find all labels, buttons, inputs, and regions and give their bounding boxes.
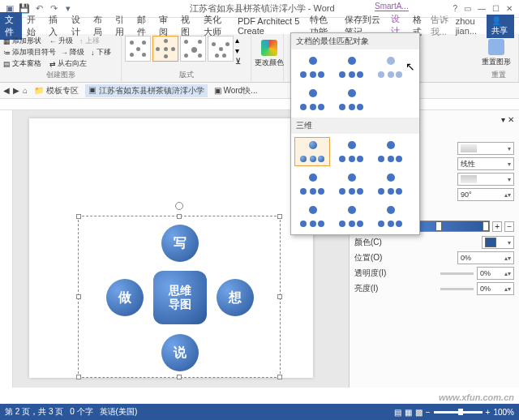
- node-left[interactable]: 做: [106, 279, 144, 316]
- gradient-type-select[interactable]: 线性▾: [457, 157, 514, 170]
- maximize-icon[interactable]: ☐: [492, 4, 500, 13]
- zoom-out-icon[interactable]: −: [426, 408, 431, 417]
- vertical-ruler: [0, 110, 13, 388]
- angle-input[interactable]: 90°▴▾: [457, 188, 514, 201]
- style-option[interactable]: [333, 169, 369, 199]
- language[interactable]: 英语(美国): [100, 406, 138, 418]
- gallery-more-icon[interactable]: ⊻: [235, 57, 245, 66]
- style-option[interactable]: [333, 137, 369, 166]
- color-select[interactable]: ▾: [482, 236, 514, 249]
- style-option[interactable]: [333, 202, 369, 231]
- view-read-icon[interactable]: ▤: [394, 408, 401, 417]
- pane-dropdown-icon[interactable]: ▾: [501, 115, 505, 124]
- word-count[interactable]: 0 个字: [70, 406, 92, 418]
- bc-folder[interactable]: 📁 模板专区: [31, 84, 82, 97]
- remove-stop-icon[interactable]: −: [504, 221, 514, 232]
- brightness-slider[interactable]: [440, 288, 474, 290]
- style-option[interactable]: [333, 85, 369, 114]
- nav-fwd-icon[interactable]: ▶: [13, 86, 19, 95]
- group-create-label: 创建图形: [3, 70, 118, 80]
- zoom-in-icon[interactable]: +: [486, 408, 491, 417]
- resize-handle[interactable]: [177, 375, 182, 379]
- style-option-selected[interactable]: [294, 137, 330, 166]
- layout-gallery[interactable]: ▴▾⊻: [125, 36, 247, 66]
- gradient-stop[interactable]: [483, 221, 489, 231]
- group-layout-label: 版式: [125, 70, 247, 80]
- add-shape-btn[interactable]: 添加形状: [12, 36, 41, 46]
- node-bottom[interactable]: 说: [161, 334, 199, 371]
- style-option[interactable]: [294, 53, 330, 82]
- text-pane-btn[interactable]: 文本窗格: [12, 58, 41, 69]
- change-colors-btn[interactable]: 更改颜色: [255, 36, 284, 71]
- brightness-input[interactable]: 0%▴▾: [477, 282, 514, 295]
- resize-handle[interactable]: [277, 294, 282, 299]
- horizontal-ruler: [0, 99, 519, 110]
- gradient-stop[interactable]: [435, 221, 442, 231]
- user-name[interactable]: zhou jian...: [456, 16, 483, 36]
- cursor-icon: ↖: [405, 60, 415, 73]
- style-option[interactable]: [372, 137, 408, 166]
- node-center[interactable]: 思维 导图: [153, 271, 207, 324]
- gallery-down-icon[interactable]: ▾: [235, 46, 245, 55]
- resize-handle[interactable]: [76, 214, 81, 219]
- preset-gradient-select[interactable]: ▾: [457, 142, 514, 155]
- bc-doc-active[interactable]: ▣ 江苏省如东县栟茶镇浒澪小学: [85, 84, 208, 97]
- ribbon-collapse-icon[interactable]: ▭: [464, 4, 471, 13]
- demote-btn[interactable]: 降级: [70, 47, 84, 58]
- watermark: www.xfun.com.cn: [439, 392, 514, 402]
- home-icon[interactable]: ⌂: [23, 86, 28, 95]
- style-option[interactable]: [333, 53, 369, 82]
- promote-btn[interactable]: 升级: [58, 36, 73, 46]
- resize-handle[interactable]: [76, 375, 81, 379]
- resize-handle[interactable]: [76, 294, 81, 299]
- bc-doc2[interactable]: ▣ Word快...: [211, 84, 261, 97]
- resize-handle[interactable]: [177, 214, 182, 219]
- position-input[interactable]: 0%▴▾: [457, 251, 514, 264]
- reset-graphic-btn[interactable]: 重置图形: [482, 36, 511, 70]
- minimize-icon[interactable]: —: [478, 4, 486, 13]
- help-icon[interactable]: ?: [453, 4, 457, 13]
- transparency-slider[interactable]: [440, 272, 474, 275]
- status-bar: 第 2 页，共 3 页 0 个字 英语(美国) ▤ ▦ ▩ − + 100%: [0, 404, 519, 420]
- popup-header-3d: 三维: [291, 118, 419, 134]
- view-print-icon[interactable]: ▦: [405, 408, 412, 417]
- zoom-slider[interactable]: [434, 411, 483, 414]
- add-stop-icon[interactable]: +: [492, 221, 502, 232]
- style-option[interactable]: [372, 169, 408, 199]
- smartart-style-popup: 文档的最佳匹配对象 三维: [290, 32, 420, 235]
- style-option[interactable]: [372, 202, 408, 231]
- tool-tab-smartart[interactable]: SmartA...: [375, 2, 409, 11]
- style-option[interactable]: [294, 202, 330, 231]
- view-web-icon[interactable]: ▩: [415, 408, 422, 417]
- close-icon[interactable]: ✕: [506, 4, 513, 13]
- page: 思维 导图 写 说 做 想: [29, 118, 313, 378]
- style-option[interactable]: [294, 169, 330, 199]
- style-option[interactable]: [372, 53, 408, 82]
- resize-handle[interactable]: [277, 375, 282, 379]
- node-right[interactable]: 想: [217, 279, 254, 316]
- node-top[interactable]: 写: [161, 225, 199, 262]
- rotate-handle[interactable]: [175, 202, 183, 210]
- direction-select[interactable]: ▾: [457, 173, 514, 186]
- nav-back-icon[interactable]: ◀: [3, 86, 10, 95]
- pane-close-icon[interactable]: ✕: [508, 115, 514, 124]
- zoom-level[interactable]: 100%: [493, 408, 514, 417]
- style-option[interactable]: [294, 85, 330, 114]
- add-bullet-btn[interactable]: 添加项目符号: [12, 47, 56, 58]
- gallery-up-icon[interactable]: ▴: [235, 36, 245, 45]
- popup-header-best: 文档的最佳匹配对象: [291, 33, 419, 49]
- transparency-input[interactable]: 0%▴▾: [477, 267, 514, 280]
- smartart-graphic[interactable]: 思维 导图 写 说 做 想: [78, 216, 281, 378]
- page-count[interactable]: 第 2 页，共 3 页: [5, 406, 63, 418]
- resize-handle[interactable]: [277, 214, 282, 219]
